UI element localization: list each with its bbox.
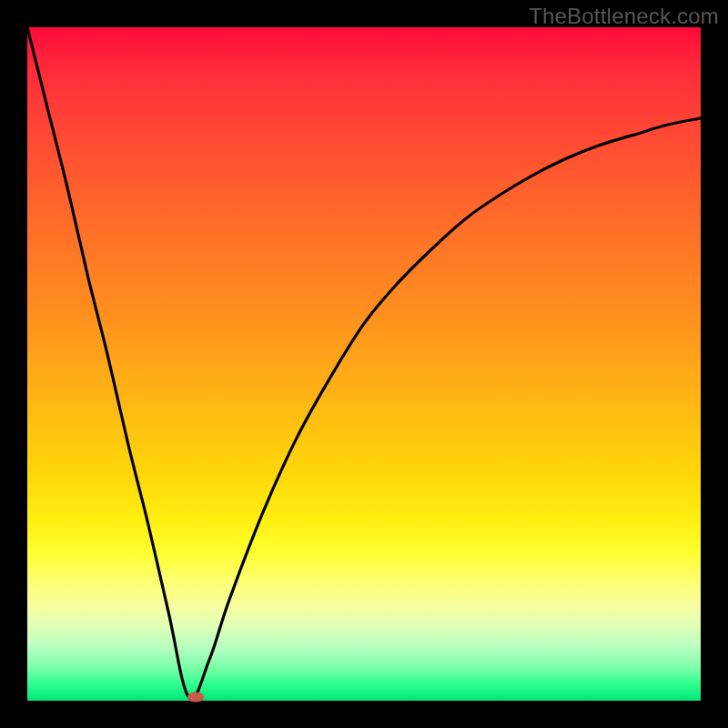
chart-frame: TheBottleneck.com (0, 0, 728, 728)
curve-svg (27, 27, 701, 701)
minimum-marker (187, 693, 204, 703)
bottleneck-curve-line (27, 27, 701, 699)
watermark-text: TheBottleneck.com (529, 4, 719, 29)
plot-area (27, 27, 701, 701)
